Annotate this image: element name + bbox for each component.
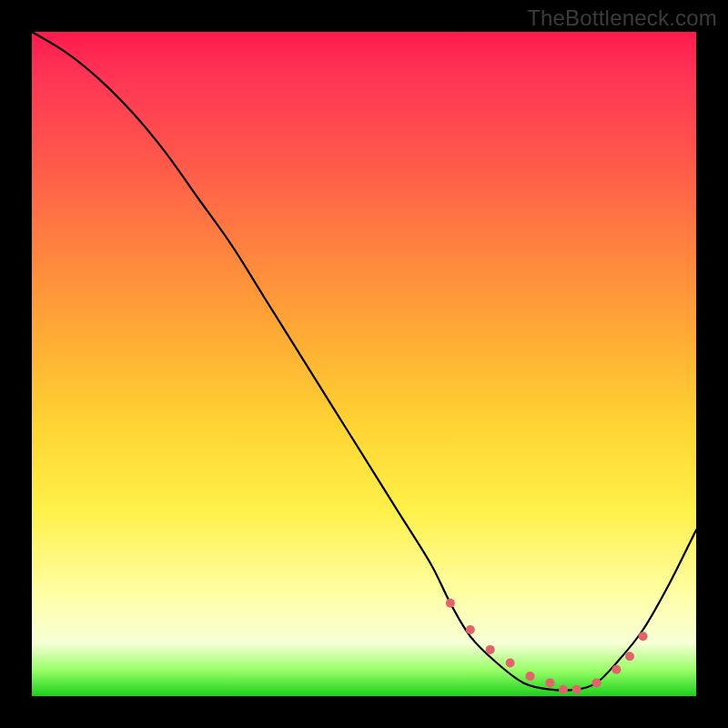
highlight-dot bbox=[526, 672, 535, 681]
highlight-dots bbox=[446, 599, 648, 694]
highlight-dot bbox=[486, 645, 495, 654]
highlight-dot bbox=[639, 632, 648, 641]
highlight-dot bbox=[625, 652, 634, 661]
highlight-dot bbox=[446, 599, 455, 608]
watermark-text: TheBottleneck.com bbox=[527, 5, 717, 31]
chart-svg bbox=[32, 32, 696, 696]
highlight-dot bbox=[559, 685, 568, 694]
highlight-dot bbox=[466, 625, 475, 634]
chart-frame: TheBottleneck.com bbox=[0, 0, 728, 728]
highlight-dot bbox=[612, 665, 621, 674]
highlight-dot bbox=[506, 659, 515, 668]
highlight-dot bbox=[592, 678, 602, 687]
plot-area bbox=[32, 32, 696, 696]
bottleneck-curve bbox=[32, 32, 696, 691]
highlight-dot bbox=[572, 685, 581, 694]
highlight-dot bbox=[545, 678, 554, 687]
